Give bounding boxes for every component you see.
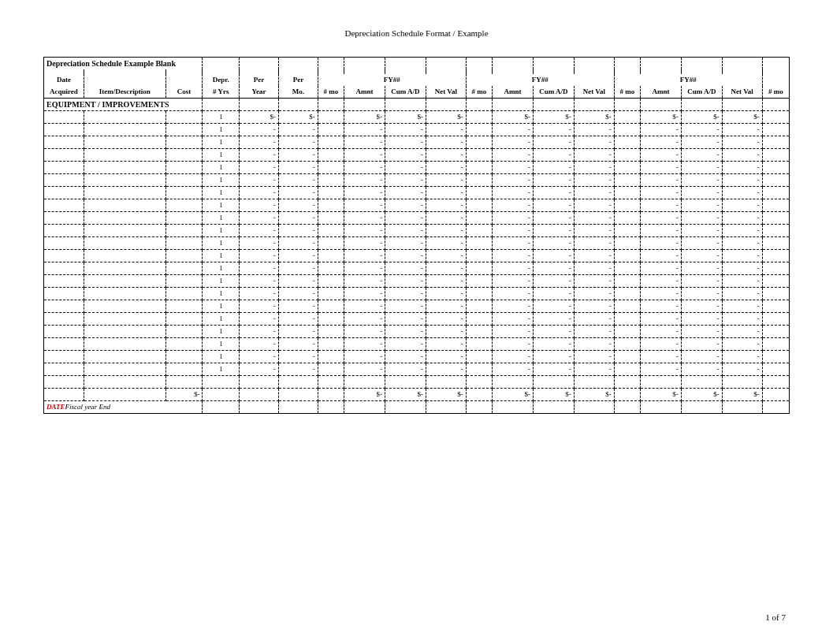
hdr-fy2: FY## [466, 74, 614, 86]
hdr-cum-1: Cum A/D [385, 86, 426, 99]
hdr-per-year: Per [240, 74, 279, 86]
hdr-fy3: FY## [614, 74, 762, 86]
hdr-net-1: Net Val [426, 86, 466, 99]
table-row: 1----------- [44, 288, 790, 300]
total-amnt-2: $- [493, 389, 534, 401]
table-row: 1----------- [44, 300, 790, 313]
total-cum-1: $- [385, 389, 426, 401]
hdr-nmo-3: # mo [614, 86, 640, 99]
hdr-fy1: FY## [318, 74, 466, 86]
table-row: 1----------- [44, 136, 790, 149]
header-row-2: Acquired Item/Description Cost # Yrs Yea… [44, 86, 790, 99]
section-label: EQUIPMENT / IMPROVEMENTS [44, 99, 203, 111]
table-row: 1----------- [44, 326, 790, 338]
table-row: 1----------- [44, 313, 790, 326]
header-row-1: Date Depr. Per Per FY## FY## FY## [44, 74, 790, 86]
hdr-yrs: # Yrs [203, 86, 240, 99]
page-number: 1 of 7 [765, 612, 786, 622]
hdr-year: Year [240, 86, 279, 99]
table-row: 1----------- [44, 149, 790, 162]
hdr-amnt-1: Amnt [344, 86, 385, 99]
hdr-per-mo: Per [279, 74, 318, 86]
total-cost: $- [165, 389, 203, 401]
table-title: Depreciation Schedule Example Blank [44, 58, 203, 70]
hdr-net-3: Net Val [722, 86, 762, 99]
footer-date-label: DATE [46, 403, 65, 411]
hdr-amnt-3: Amnt [640, 86, 681, 99]
total-cum-2: $- [533, 389, 574, 401]
hdr-nmo-1: # mo [318, 86, 344, 99]
total-cum-3: $- [681, 389, 722, 401]
table-row: 1----------- [44, 237, 790, 250]
total-amnt-3: $- [640, 389, 681, 401]
hdr-amnt-2: Amnt [493, 86, 534, 99]
total-net-1: $- [426, 389, 466, 401]
totals-row: $- $- $- $- $- $- $- $- $- $- [44, 389, 790, 401]
table-row: 1----------- [44, 212, 790, 225]
total-amnt-1: $- [344, 389, 385, 401]
hdr-net-2: Net Val [574, 86, 614, 99]
table-row: 1----------- [44, 250, 790, 262]
table-row: 1----------- [44, 174, 790, 187]
hdr-nmo-2: # mo [466, 86, 492, 99]
hdr-item: Item/Description [84, 86, 165, 99]
table-row: 1----------- [44, 338, 790, 351]
table-row: 1----------- [44, 275, 790, 288]
hdr-cum-2: Cum A/D [533, 86, 574, 99]
hdr-depr: Depr. [203, 74, 240, 86]
footer-fy-end: Fiscal year End [65, 403, 111, 411]
hdr-cost: Cost [165, 86, 203, 99]
hdr-date: Date [44, 74, 84, 86]
hdr-cum-3: Cum A/D [681, 86, 722, 99]
table-title-row: Depreciation Schedule Example Blank [44, 58, 790, 70]
table-row: 1----------- [44, 363, 790, 376]
table-row: 1----------- [44, 124, 790, 136]
table-row: 1----------- [44, 199, 790, 212]
table-row: 1----------- [44, 225, 790, 237]
table-row: 1----------- [44, 351, 790, 363]
table-row: 1----------- [44, 162, 790, 174]
section-row: EQUIPMENT / IMPROVEMENTS [44, 99, 790, 111]
total-net-2: $- [574, 389, 614, 401]
hdr-mo: Mo. [279, 86, 318, 99]
hdr-nmo-4: # mo [762, 86, 789, 99]
hdr-acquired: Acquired [44, 86, 84, 99]
footer-row: DATEFiscal year End [44, 401, 790, 414]
table-row: 1----------- [44, 187, 790, 199]
total-net-3: $- [722, 389, 762, 401]
table-row: 1$-$-$-$-$-$-$-$-$-$-$- [44, 111, 790, 124]
page-title: Depreciation Schedule Format / Example [43, 28, 790, 38]
depreciation-table: Depreciation Schedule Example Blank Date… [43, 57, 790, 414]
table-row: 1----------- [44, 262, 790, 275]
